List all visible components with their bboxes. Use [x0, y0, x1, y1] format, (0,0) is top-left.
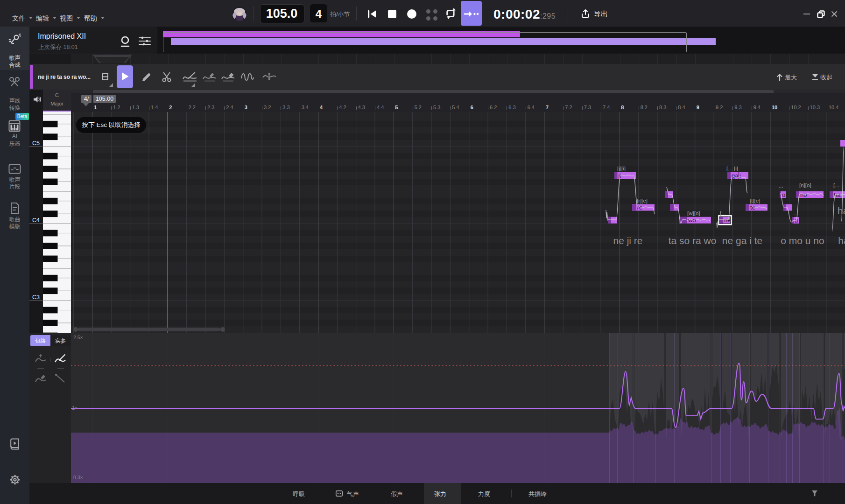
svg-text:C3: C3 — [32, 294, 40, 301]
svg-text:o: o — [782, 191, 785, 198]
svg-text:i: i — [739, 172, 741, 179]
svg-text:C5: C5 — [32, 140, 40, 147]
svg-text:C4: C4 — [32, 217, 40, 224]
svg-text:ne: ne — [724, 217, 731, 224]
